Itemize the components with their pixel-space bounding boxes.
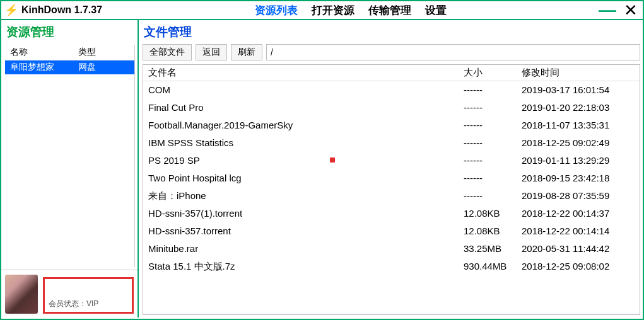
- cell-name: Stata 15.1 中文版.7z: [148, 260, 464, 273]
- vip-status-label: 会员状态：VIP: [49, 299, 98, 309]
- table-row[interactable]: HD-ssni-357.torrent12.08KB2018-12-22 00:…: [143, 222, 640, 240]
- cell-mtime: 2018-09-15 23:42:18: [522, 171, 635, 185]
- cell-size: ------: [464, 83, 522, 97]
- sidebar-title: 资源管理: [1, 20, 138, 42]
- titlebar: ⚡ KinhDown 1.7.37 资源列表 打开资源 传输管理 设置 — ✕: [1, 1, 643, 20]
- col-mtime: 修改时间: [522, 67, 635, 79]
- cell-mtime: 2018-11-07 13:35:31: [522, 118, 635, 132]
- cell-name: Two Point Hospital lcg: [148, 171, 464, 185]
- toolbar: 全部文件 返回 刷新: [143, 44, 640, 60]
- vip-status-box: 会员状态：VIP: [43, 277, 134, 314]
- table-row[interactable]: Football.Manager.2019-GamerSky------2018…: [143, 117, 640, 134]
- cell-size: 33.25MB: [464, 242, 522, 256]
- cell-size: 930.44MB: [464, 260, 522, 273]
- col-name: 文件名: [148, 67, 464, 79]
- cell-mtime: 2018-12-25 09:02:49: [522, 136, 635, 150]
- cell-name: COM: [148, 83, 464, 97]
- table-row[interactable]: Stata 15.1 中文版.7z930.44MB2018-12-25 09:0…: [143, 258, 640, 275]
- sidebar-col-type: 类型: [78, 47, 129, 58]
- cell-name: Minitube.rar: [148, 242, 464, 256]
- minimize-icon[interactable]: —: [599, 8, 616, 13]
- sidebar: 资源管理 名称 类型 阜阳梦想家 网盘 会员状态：VIP: [1, 20, 139, 317]
- cell-size: ------: [464, 101, 522, 115]
- sidebar-row-type: 网盘: [78, 62, 129, 73]
- sidebar-col-name: 名称: [10, 47, 78, 58]
- table-row[interactable]: Two Point Hospital lcg------2018-09-15 2…: [143, 169, 640, 187]
- all-files-button[interactable]: 全部文件: [143, 44, 192, 60]
- table-header: 文件名 大小 修改时间: [143, 65, 640, 81]
- sidebar-footer: 会员状态：VIP: [1, 270, 138, 317]
- app-title: KinhDown 1.7.37: [21, 4, 102, 16]
- cell-mtime: 2020-05-31 11:44:42: [522, 242, 635, 256]
- file-table: 文件名 大小 修改时间 COM------2019-03-17 16:01:54…: [143, 64, 640, 315]
- cell-name: IBM SPSS Statistics: [148, 136, 464, 150]
- cell-mtime: 2019-08-28 07:35:59: [522, 189, 635, 203]
- cell-name: HD-ssni-357.torrent: [148, 224, 464, 238]
- sidebar-row-name: 阜阳梦想家: [10, 62, 78, 73]
- table-row[interactable]: Minitube.rar33.25MB2020-05-31 11:44:42: [143, 240, 640, 258]
- table-row[interactable]: PS 2019 SP------2019-01-11 13:29:29: [143, 152, 640, 169]
- cell-size: 12.08KB: [464, 207, 522, 220]
- table-row[interactable]: COM------2019-03-17 16:01:54: [143, 81, 640, 99]
- nav-settings[interactable]: 设置: [425, 3, 447, 18]
- cell-size: 12.08KB: [464, 224, 522, 238]
- nav-transfer-manage[interactable]: 传输管理: [368, 3, 411, 18]
- table-row[interactable]: HD-ssni-357(1).torrent12.08KB2018-12-22 …: [143, 205, 640, 222]
- main-nav: 资源列表 打开资源 传输管理 设置: [255, 3, 447, 18]
- cell-size: ------: [464, 136, 522, 150]
- back-button[interactable]: 返回: [196, 44, 227, 60]
- table-row[interactable]: 来自：iPhone------2019-08-28 07:35:59: [143, 187, 640, 205]
- app-logo-icon: ⚡: [5, 4, 18, 16]
- table-row[interactable]: IBM SPSS Statistics------2018-12-25 09:0…: [143, 134, 640, 152]
- cell-mtime: 2018-12-22 00:14:14: [522, 224, 635, 238]
- window-controls: — ✕: [599, 3, 639, 18]
- cell-name: HD-ssni-357(1).torrent: [148, 207, 464, 220]
- col-size: 大小: [464, 67, 522, 79]
- cell-mtime: 2019-01-11 13:29:29: [522, 154, 635, 168]
- refresh-button[interactable]: 刷新: [231, 44, 262, 60]
- sidebar-header: 名称 类型: [5, 45, 134, 60]
- cell-mtime: 2019-03-17 16:01:54: [522, 83, 635, 97]
- marker-icon: [330, 157, 335, 163]
- cell-size: ------: [464, 171, 522, 185]
- table-body: COM------2019-03-17 16:01:54Final Cut Pr…: [143, 81, 640, 275]
- nav-open-resource[interactable]: 打开资源: [312, 3, 354, 18]
- path-input[interactable]: [266, 44, 640, 60]
- table-row[interactable]: Final Cut Pro------2019-01-20 22:18:03: [143, 99, 640, 117]
- cell-size: ------: [464, 154, 522, 168]
- cell-name: Football.Manager.2019-GamerSky: [148, 118, 464, 132]
- cell-name: PS 2019 SP: [148, 154, 464, 168]
- cell-name: 来自：iPhone: [148, 189, 464, 203]
- nav-resource-list[interactable]: 资源列表: [255, 3, 298, 18]
- cell-name: Final Cut Pro: [148, 101, 464, 115]
- sidebar-list: 名称 类型 阜阳梦想家 网盘: [5, 45, 135, 267]
- sidebar-row[interactable]: 阜阳梦想家 网盘: [5, 60, 134, 74]
- cell-mtime: 2018-12-25 09:08:02: [522, 260, 635, 273]
- cell-mtime: 2018-12-22 00:14:37: [522, 207, 635, 220]
- user-avatar-icon: [5, 275, 38, 314]
- cell-mtime: 2019-01-20 22:18:03: [522, 101, 635, 115]
- close-icon[interactable]: ✕: [624, 3, 638, 18]
- cell-size: ------: [464, 118, 522, 132]
- main-panel: 文件管理 全部文件 返回 刷新 文件名 大小 修改时间 COM------201…: [139, 20, 643, 317]
- cell-size: ------: [464, 189, 522, 203]
- main-title: 文件管理: [143, 20, 640, 44]
